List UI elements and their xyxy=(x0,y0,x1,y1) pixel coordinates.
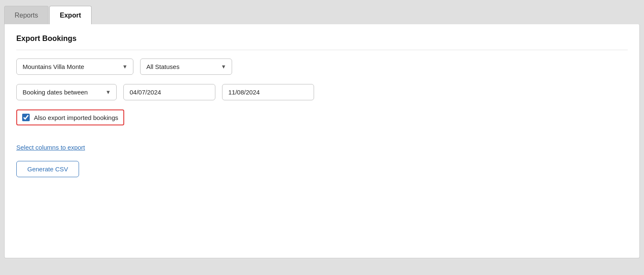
content-card: Export Bookings Mountains Villa Monte Be… xyxy=(4,24,640,258)
checkbox-container: Also export imported bookings xyxy=(16,109,628,135)
tab-export[interactable]: Export xyxy=(49,6,92,24)
main-content: Export Bookings Mountains Villa Monte Be… xyxy=(0,24,644,275)
filter-row-2: Booking dates between Arrival dates betw… xyxy=(16,84,628,100)
also-export-imported-text: Also export imported bookings xyxy=(34,114,118,121)
tab-export-label: Export xyxy=(60,12,81,19)
status-select[interactable]: All Statuses Confirmed Pending Cancelled xyxy=(140,59,232,75)
section-title: Export Bookings xyxy=(16,34,628,50)
date-type-select[interactable]: Booking dates between Arrival dates betw… xyxy=(16,84,117,100)
tab-reports[interactable]: Reports xyxy=(4,6,49,24)
tab-reports-label: Reports xyxy=(15,12,38,19)
property-select-wrapper: Mountains Villa Monte Beach House City A… xyxy=(16,59,133,75)
date-from-input[interactable] xyxy=(123,84,215,100)
property-select[interactable]: Mountains Villa Monte Beach House City A… xyxy=(16,59,133,75)
also-export-imported-checkbox[interactable] xyxy=(22,114,30,121)
status-select-wrapper: All Statuses Confirmed Pending Cancelled… xyxy=(140,59,232,75)
date-to-input[interactable] xyxy=(222,84,314,100)
filter-row-1: Mountains Villa Monte Beach House City A… xyxy=(16,59,628,75)
select-columns-row: Select columns to export xyxy=(16,144,628,151)
select-columns-link[interactable]: Select columns to export xyxy=(16,144,85,151)
generate-button-row: Generate CSV xyxy=(16,161,628,177)
also-export-imported-label[interactable]: Also export imported bookings xyxy=(16,109,124,125)
tab-bar: Reports Export xyxy=(0,0,644,24)
date-type-select-wrapper: Booking dates between Arrival dates betw… xyxy=(16,84,117,100)
generate-csv-button[interactable]: Generate CSV xyxy=(16,161,79,177)
